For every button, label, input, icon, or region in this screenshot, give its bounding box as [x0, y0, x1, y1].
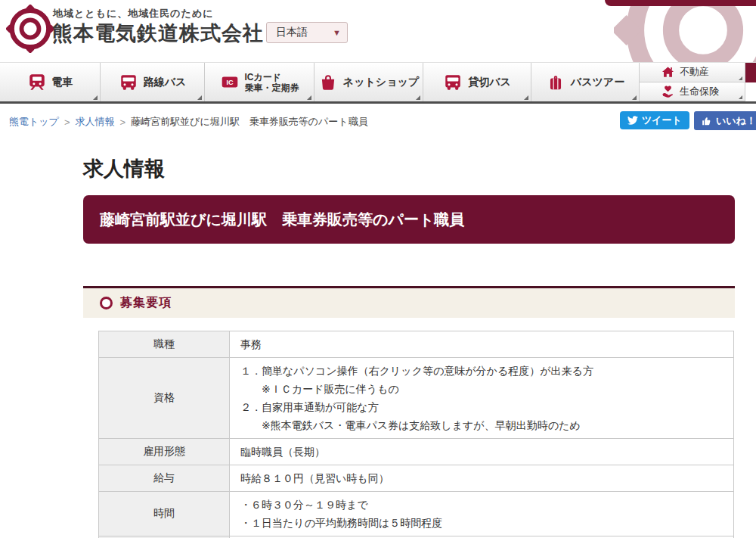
nav-tab-train[interactable]: 電車: [0, 63, 101, 102]
travel-bag-icon: [546, 73, 565, 92]
nav-tab-label: 貸切バス: [468, 76, 511, 89]
breadcrumb-separator: >: [120, 117, 126, 128]
heart-hand-icon: [661, 84, 675, 98]
company-name[interactable]: 熊本電気鉄道株式会社: [52, 20, 264, 47]
section-header: 募集要項: [83, 286, 735, 318]
ic-card-icon: IC: [220, 73, 240, 92]
nav-tab-label-line1: ICカード: [245, 72, 282, 82]
nav-tab-bus-tour[interactable]: バスツアー: [531, 63, 640, 102]
train-icon: [27, 73, 47, 92]
row-value: 臨時職員（長期）: [230, 439, 734, 465]
nav-tab-label-line2: 乗車・定期券: [245, 82, 299, 93]
section-title: 募集要項: [120, 295, 172, 311]
ring-bullet-icon: [100, 297, 113, 309]
thumbs-up-icon: [702, 116, 712, 126]
site-header: 地域とともに、地域住民のために 熊本電気鉄道株式会社 日本語 ▼: [0, 0, 756, 62]
row-label: 給与: [99, 465, 230, 492]
job-title-banner: 藤崎宮前駅並びに堀川駅 乗車券販売等のパート職員: [83, 195, 735, 244]
nav-edge-block: [745, 63, 756, 82]
top-corner-bar: [605, 0, 756, 6]
table-row: 時間・６時３０分～１９時まで・１日当たりの平均勤務時間は５時間程度: [99, 492, 734, 536]
row-value: ・６時３０分～１９時まで・１日当たりの平均勤務時間は５時間程度: [230, 492, 734, 536]
tweet-button-label: ツイート: [642, 114, 682, 127]
table-row: 給与時給８１０円（見習い時も同）: [99, 465, 734, 492]
row-value-line: ・１日当たりの平均勤務時間は５時間程度: [240, 514, 723, 532]
tweet-button[interactable]: ツイート: [620, 111, 689, 129]
row-label: 時間: [99, 492, 230, 536]
house-icon: [661, 65, 675, 79]
nav-tab-label: バスツアー: [571, 76, 624, 89]
facebook-like-label: いいね！: [716, 114, 756, 128]
nav-bottom-strip: [0, 101, 756, 104]
header-tagline: 地域とともに、地域住民のために: [53, 7, 213, 20]
nav-tab-life-insurance[interactable]: 生命保険: [640, 82, 745, 102]
breadcrumb-link-jobs[interactable]: 求人情報: [76, 115, 115, 129]
bus-icon: [443, 73, 463, 92]
nav-tab-label: 路線バス: [144, 76, 187, 89]
logo-watermark-icon: [614, 0, 756, 62]
row-label: 資格: [99, 358, 230, 439]
nav-tab-label: ICカード 乗車・定期券: [245, 72, 299, 94]
row-value-line: 臨時職員（長期）: [240, 443, 723, 461]
bus-icon: [119, 73, 138, 92]
row-value-line: ・６時３０分～１９時まで: [240, 496, 723, 514]
breadcrumb-link-home[interactable]: 熊電トップ: [9, 115, 59, 129]
nav-tab-route-bus[interactable]: 路線バス: [101, 63, 205, 102]
job-details-table: 職種事務資格１．簡単なパソコン操作（右クリック等の意味が分かる程度）が出来る方 …: [98, 331, 734, 538]
svg-text:IC: IC: [226, 79, 234, 86]
shopping-bag-icon: [318, 73, 338, 92]
nav-tab-label: 電車: [52, 76, 73, 89]
row-label: 職種: [99, 331, 230, 358]
nav-tab-ic-card[interactable]: IC ICカード 乗車・定期券: [205, 63, 314, 102]
job-table-body: 職種事務資格１．簡単なパソコン操作（右クリック等の意味が分かる程度）が出来る方 …: [99, 331, 734, 538]
row-value-line: ※ＩＣカード販売に伴うもの: [240, 380, 723, 398]
row-value: 事務: [230, 331, 734, 358]
page: 地域とともに、地域住民のために 熊本電気鉄道株式会社 日本語 ▼ 電車 路線バス: [0, 0, 756, 538]
row-label: 雇用形態: [99, 439, 230, 465]
breadcrumb-current: 藤崎宮前駅並びに堀川駅 乗車券販売等のパート職員: [131, 115, 368, 129]
table-row: 資格１．簡単なパソコン操作（右クリック等の意味が分かる程度）が出来る方 ※ＩＣカ…: [99, 358, 734, 439]
twitter-bird-icon: [627, 115, 638, 126]
nav-tab-real-estate[interactable]: 不動産: [640, 63, 745, 82]
table-row: 雇用形態臨時職員（長期）: [99, 439, 734, 465]
row-value-line: 事務: [240, 335, 723, 353]
table-row: 職種事務: [99, 331, 734, 358]
breadcrumb: 熊電トップ > 求人情報 > 藤崎宮前駅並びに堀川駅 乗車券販売等のパート職員: [9, 115, 368, 129]
breadcrumb-separator: >: [64, 117, 70, 128]
nav-tab-label: 生命保険: [680, 85, 719, 98]
page-title: 求人情報: [83, 155, 165, 182]
row-value-line: 時給８１０円（見習い時も同）: [240, 469, 723, 487]
main-nav: 電車 路線バス IC ICカード 乗車・定期券: [0, 62, 756, 101]
row-value: 時給８１０円（見習い時も同）: [230, 465, 734, 492]
chevron-down-icon: ▼: [333, 28, 341, 37]
nav-tab-label: ネットショップ: [343, 76, 419, 89]
company-logo-icon[interactable]: [6, 5, 54, 53]
facebook-like-button[interactable]: いいね！: [694, 111, 756, 130]
row-value: １．簡単なパソコン操作（右クリック等の意味が分かる程度）が出来る方 ※ＩＣカード…: [230, 358, 734, 439]
nav-tab-net-shop[interactable]: ネットショップ: [314, 63, 423, 102]
row-value-line: ※熊本電鉄バス・電車パス券は支給致しますが、早朝出勤時のため: [240, 416, 723, 434]
row-value-line: ２．自家用車通勤が可能な方: [240, 398, 723, 416]
row-value-line: １．簡単なパソコン操作（右クリック等の意味が分かる程度）が出来る方: [240, 362, 723, 380]
language-selector-value: 日本語: [276, 26, 308, 39]
nav-tab-charter-bus[interactable]: 貸切バス: [423, 63, 531, 102]
nav-tab-label: 不動産: [680, 65, 709, 79]
language-selector[interactable]: 日本語 ▼: [266, 22, 348, 43]
nav-side-column: 不動産 生命保険: [640, 63, 745, 101]
